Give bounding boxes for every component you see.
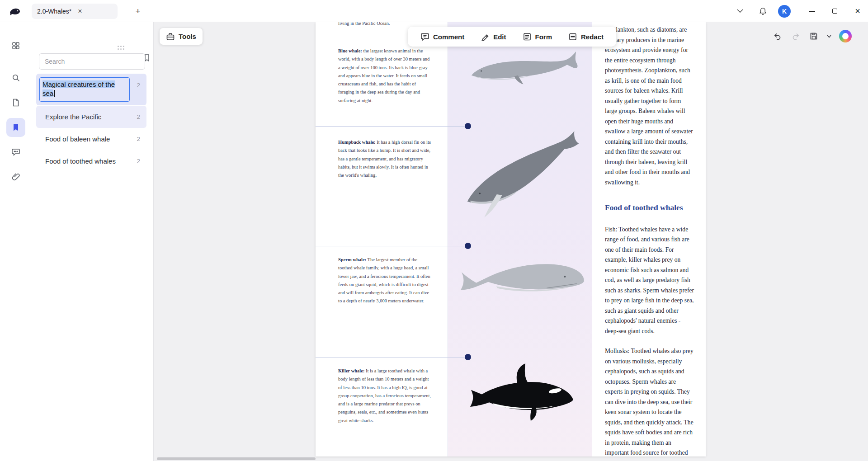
edit-button[interactable]: Edit	[472, 27, 514, 47]
form-icon	[523, 32, 532, 41]
redact-icon	[568, 32, 577, 41]
bookmarks-panel-icon[interactable]	[6, 118, 25, 137]
tab-close-icon[interactable]: ×	[78, 8, 82, 15]
baleen-food-paragraph: ytoplankton, such as diatoms, are primar…	[605, 25, 694, 188]
text-caret	[54, 90, 55, 97]
new-tab-button[interactable]: +	[132, 5, 144, 17]
sperm-whale-image	[455, 254, 588, 320]
toolbox-icon	[166, 32, 175, 41]
apps-grid-icon[interactable]	[6, 36, 25, 55]
page-thumbnails-icon[interactable]	[6, 93, 25, 112]
user-avatar[interactable]: K	[778, 0, 791, 22]
avatar-initial: K	[778, 5, 791, 18]
right-text-column: ytoplankton, such as diatoms, are primar…	[605, 25, 694, 456]
horizontal-scrollbar-thumb[interactable]	[157, 457, 316, 460]
tools-button[interactable]: Tools	[160, 28, 203, 45]
attachments-paperclip-icon[interactable]	[6, 167, 25, 186]
timeline-dot	[465, 354, 471, 360]
app-home-logo-icon[interactable]	[8, 5, 22, 18]
toothed-whales-heading: Food of toothed whales	[605, 202, 694, 213]
sperm-whale-entry: Sperm whale: The largest member of the t…	[338, 256, 431, 306]
killer-whale-entry: Killer whale: It is a large toothed whal…	[338, 367, 431, 425]
floating-toolbar: Comment Edit Form Redact	[408, 27, 616, 47]
ai-assistant-icon[interactable]	[839, 30, 852, 42]
bookmark-item-editing[interactable]: Magical creatures of the sea 2	[36, 74, 146, 105]
left-icon-rail	[0, 22, 32, 461]
undo-icon[interactable]	[772, 31, 783, 42]
edit-pen-icon	[481, 32, 490, 41]
bookmark-page-count: 2	[137, 158, 140, 165]
timeline-dot	[465, 123, 471, 129]
fish-paragraph: Fish: Toothed whales have a wide range o…	[605, 225, 694, 337]
humpback-whale-image	[459, 130, 584, 221]
bookmark-item[interactable]: Explore the Pacific 2	[36, 106, 146, 128]
humpback-whale-entry: Humpback whale: It has a high dorsal fin…	[338, 138, 431, 179]
pdf-page: living in the Pacific Ocean. Blue whale:…	[316, 22, 706, 456]
bookmark-item[interactable]: Food of baleen whale 2	[36, 128, 146, 150]
selected-text: Magical creatures of the sea	[42, 80, 115, 97]
timeline-divider	[316, 357, 468, 358]
save-options-chevron-icon[interactable]	[826, 31, 832, 42]
timeline-dot	[465, 243, 471, 249]
notifications-bell-icon[interactable]	[756, 0, 769, 22]
intro-text-fragment: living in the Pacific Ocean.	[338, 22, 442, 26]
killer-whale-image	[459, 362, 581, 429]
tab-title: 2.0-Whales*	[37, 8, 71, 15]
comments-panel-icon[interactable]	[6, 142, 25, 161]
bookmarks-panel: Bookmarks Magical creatures of the sea 2…	[32, 22, 154, 461]
titlebar: 2.0-Whales* × + K ×	[0, 0, 868, 22]
panel-drag-handle[interactable]	[118, 46, 126, 51]
bookmark-page-count: 2	[137, 82, 140, 89]
bookmarks-search-input[interactable]	[39, 53, 145, 70]
form-button[interactable]: Form	[514, 27, 561, 47]
bookmark-page-count: 2	[137, 136, 140, 142]
timeline-divider	[316, 126, 468, 127]
bookmark-rename-textbox[interactable]: Magical creatures of the sea	[39, 77, 130, 102]
window-minimize-button[interactable]	[805, 0, 819, 22]
window-close-button[interactable]: ×	[850, 0, 865, 22]
document-tab[interactable]: 2.0-Whales* ×	[32, 4, 118, 19]
titlebar-chevron-down-icon[interactable]	[733, 0, 747, 22]
comment-button[interactable]: Comment	[412, 27, 472, 47]
bookmark-item[interactable]: Food of toothed whales 2	[36, 150, 146, 172]
blue-whale-image	[465, 47, 581, 97]
comment-icon	[420, 32, 429, 41]
search-icon[interactable]	[6, 68, 25, 87]
document-action-icons	[772, 28, 852, 44]
redact-button[interactable]: Redact	[560, 27, 612, 47]
redo-icon[interactable]	[790, 31, 801, 42]
window-maximize-button[interactable]	[827, 0, 842, 22]
timeline-divider	[316, 246, 468, 246]
bookmark-page-count: 2	[137, 113, 140, 120]
blue-whale-entry: Blue whale: the largest known animal in …	[338, 47, 431, 105]
save-icon[interactable]	[808, 31, 819, 42]
mollusks-paragraph: Mollusks: Toothed whales also prey on va…	[605, 346, 694, 456]
